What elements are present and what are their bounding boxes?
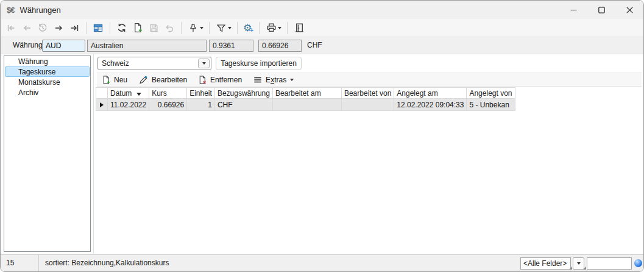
currency-header-band: Währung Australien 0.9361 0.66926 CHF [1, 37, 643, 54]
extras-menu-button[interactable]: Extras [253, 76, 294, 84]
column-header-einheit[interactable]: Einheit [187, 88, 215, 99]
print-dropdown[interactable] [265, 21, 281, 35]
refresh-icon[interactable] [116, 21, 128, 35]
row-selector-cell [96, 99, 108, 111]
nav-previous-icon[interactable] [21, 21, 33, 35]
calculation-rate-field: 0.9361 [209, 40, 253, 52]
chevron-down-icon [290, 79, 294, 81]
new-button-label: Neu [114, 76, 127, 84]
record-action-bar: Neu Bearbeiten Entfernen Extras [97, 73, 642, 87]
chevron-down-icon [577, 262, 581, 265]
field-filter-select[interactable]: <Alle Felder> [520, 257, 571, 270]
chevron-down-icon[interactable] [200, 27, 203, 29]
new-button[interactable]: Neu [102, 75, 127, 85]
section-list: Währung Tageskurse Monatskurse Archiv [4, 55, 91, 252]
current-row-icon [100, 102, 104, 107]
cell-bezugswaehrung: CHF [214, 99, 272, 111]
filter-icon[interactable] [215, 21, 227, 35]
currency-name-field: Australien [87, 40, 207, 52]
globe-status-icon [634, 259, 642, 267]
sidebar-item-tageskurse[interactable]: Tageskurse [5, 66, 90, 77]
currency-app-icon: $€ [7, 5, 14, 15]
cell-einheit: 1 [187, 99, 215, 111]
edit-button[interactable]: Bearbeiten [138, 75, 187, 85]
currencies-window: $€ Währungen [0, 0, 644, 272]
panel-divider [93, 54, 94, 253]
nav-first-icon[interactable] [5, 21, 17, 35]
close-button[interactable] [615, 1, 643, 19]
settings-gear-add-button[interactable]: ⚙ + [243, 23, 253, 34]
column-header-kurs[interactable]: Kurs [149, 88, 187, 99]
currency-code-input[interactable] [42, 40, 85, 52]
sidebar-item-waehrung[interactable]: Währung [5, 56, 90, 66]
chevron-down-icon[interactable] [278, 27, 281, 29]
maximize-button[interactable] [587, 1, 615, 19]
table-view-icon[interactable] [92, 21, 104, 35]
column-header-datum[interactable]: Datum [108, 88, 149, 99]
sidebar-item-archiv[interactable]: Archiv [5, 87, 90, 98]
toolbar-separator [209, 22, 210, 34]
minimize-button[interactable] [559, 1, 587, 19]
quick-search-input[interactable] [587, 257, 632, 270]
plus-icon: + [250, 27, 253, 34]
cell-kurs: 0.66926 [149, 99, 187, 111]
nav-history-icon[interactable] [37, 21, 49, 35]
table-row[interactable]: 11.02.2022 0.66926 1 CHF 12.02.2022 09:0… [96, 99, 515, 111]
toolbar-separator [237, 22, 238, 34]
pin-icon[interactable] [187, 21, 199, 35]
cell-datum: 11.02.2022 [108, 99, 149, 111]
chevron-down-icon[interactable] [228, 27, 232, 29]
column-header-angelegt-von[interactable]: Angelegt von [467, 88, 515, 99]
cell-bearbeitet-am [272, 99, 341, 111]
import-daily-rates-button[interactable]: Tageskurse importieren [216, 57, 302, 70]
toolbar-separator [259, 22, 260, 34]
column-header-bezugswaehrung[interactable]: Bezugswährung [214, 88, 272, 99]
save-icon[interactable] [147, 21, 160, 35]
title-bar: $€ Währungen [1, 1, 643, 19]
delete-button-label: Entfernen [210, 76, 242, 84]
undo-icon[interactable] [163, 21, 175, 35]
edit-button-label: Bearbeiten [152, 76, 187, 84]
entry-count: 15 Einträge [1, 255, 39, 271]
toolbar-separator [181, 22, 182, 34]
exit-door-icon[interactable] [293, 21, 305, 35]
pin-dropdown[interactable] [187, 21, 203, 35]
toolbar-separator [110, 22, 110, 34]
cell-angelegt-am: 12.02.2022 09:04:33 [394, 99, 467, 111]
country-select[interactable]: Schweiz [97, 57, 211, 70]
sort-info: sortiert: Bezeichnung,Kalkulationskurs [45, 255, 169, 271]
nav-next-icon[interactable] [52, 21, 65, 35]
main-toolbar: ⚙ + [1, 19, 643, 37]
window-title: Währungen [19, 5, 60, 15]
cell-bearbeitet-von [341, 99, 394, 111]
column-header-bearbeitet-am[interactable]: Bearbeitet am [272, 88, 341, 99]
toolbar-separator [86, 22, 87, 34]
nav-last-icon[interactable] [68, 21, 80, 35]
content-area: Währung Tageskurse Monatskurse Archiv Sc… [1, 54, 643, 256]
delete-button[interactable]: Entfernen [198, 75, 242, 85]
base-currency-label: CHF [307, 41, 322, 49]
sidebar-item-monatskurse[interactable]: Monatskurse [5, 77, 90, 87]
country-select-value: Schweiz [102, 59, 129, 68]
country-select-dropdown-button[interactable] [198, 59, 210, 68]
status-bar: 15 Einträge sortiert: Bezeichnung,Kalkul… [1, 254, 643, 271]
column-header-bearbeitet-von[interactable]: Bearbeitet von [341, 88, 394, 99]
resize-grip-icon [583, 267, 586, 270]
row-selector-header [96, 88, 108, 99]
column-header-angelegt-am[interactable]: Angelegt am [394, 88, 467, 99]
table-header-row: Datum Kurs Einheit Bezugswährung Bearbei… [96, 88, 515, 99]
chevron-down-icon [202, 62, 206, 65]
daily-rates-table: Datum Kurs Einheit Bezugswährung Bearbei… [96, 87, 515, 111]
sort-descending-icon [136, 93, 141, 96]
daily-rate-field: 0.66926 [258, 40, 302, 52]
currency-label: Währung [13, 41, 41, 49]
filter-dropdown[interactable] [215, 21, 232, 35]
extras-menu-label: Extras [266, 76, 286, 84]
print-icon[interactable] [265, 21, 277, 35]
toolbar-separator [287, 22, 288, 34]
new-record-icon[interactable] [132, 21, 144, 35]
cell-angelegt-von: 5 - Unbekan [467, 99, 515, 111]
window-controls [559, 1, 643, 19]
resize-grip-icon [569, 267, 572, 270]
